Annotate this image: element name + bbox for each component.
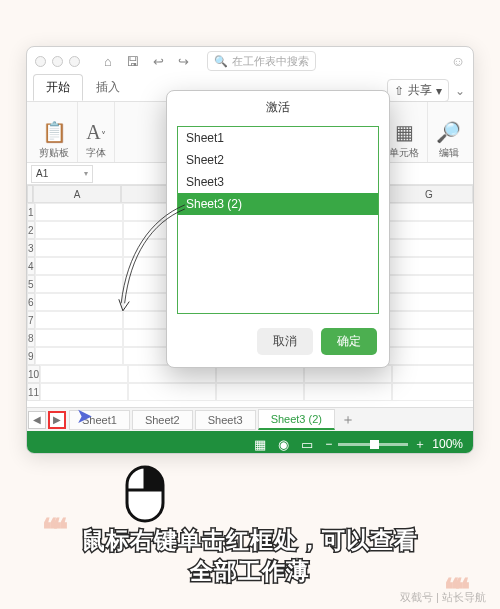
cell[interactable] (387, 221, 474, 239)
share-button[interactable]: ⇧ 共享 ▾ (387, 79, 449, 102)
cell[interactable] (387, 203, 474, 221)
cell[interactable] (128, 383, 216, 401)
status-bar: ▦ ◉ ▭ − ＋ 100% (27, 431, 473, 454)
activate-dialog: 激活 Sheet1Sheet2Sheet3Sheet3 (2) 取消 确定 (166, 90, 390, 368)
title-right: ⇧ 共享 ▾ ⌄ (387, 79, 465, 102)
zoom-out-icon[interactable]: − (325, 437, 332, 451)
cells-icon[interactable]: ▦ (395, 122, 414, 142)
ribbon-group-clipboard: 📋 剪贴板 (31, 102, 78, 162)
chevron-down-icon: ▾ (84, 169, 88, 178)
cell[interactable] (387, 347, 474, 365)
ribbon-label: 编辑 (439, 146, 459, 160)
search-input[interactable]: 🔍 在工作表中搜索 (207, 51, 316, 71)
row-header[interactable]: 2 (27, 221, 35, 239)
normal-view-icon[interactable]: ▦ (254, 437, 266, 452)
dialog-buttons: 取消 确定 (167, 314, 389, 367)
cell[interactable] (35, 275, 123, 293)
cell[interactable] (216, 383, 304, 401)
zoom-traffic-light[interactable] (69, 56, 80, 67)
row-header[interactable]: 10 (27, 365, 40, 383)
add-sheet-button[interactable]: ＋ (341, 411, 355, 429)
list-item[interactable]: Sheet1 (178, 127, 378, 149)
sheet-nav-next[interactable]: ▶ (48, 411, 66, 429)
zoom-slider[interactable] (338, 443, 408, 446)
cell[interactable] (35, 221, 123, 239)
sheet-listbox[interactable]: Sheet1Sheet2Sheet3Sheet3 (2) (177, 126, 379, 314)
name-box[interactable]: A1 ▾ (31, 165, 93, 183)
list-item[interactable]: Sheet3 (2) (178, 193, 378, 215)
row-header[interactable]: 3 (27, 239, 35, 257)
cell[interactable] (40, 365, 128, 383)
tab-start[interactable]: 开始 (33, 74, 83, 101)
cell[interactable] (387, 329, 474, 347)
cell[interactable] (40, 383, 128, 401)
ribbon-collapse-icon[interactable]: ⌄ (455, 84, 465, 98)
page-break-view-icon[interactable]: ▭ (301, 437, 313, 452)
undo-icon[interactable]: ↩ (153, 54, 164, 69)
ok-button[interactable]: 确定 (321, 328, 377, 355)
page-layout-view-icon[interactable]: ◉ (278, 437, 289, 452)
cell[interactable] (387, 311, 474, 329)
smiley-icon[interactable]: ☺ (451, 53, 465, 69)
cell[interactable] (35, 347, 123, 365)
cursor-pointer-icon: ➤ (76, 403, 93, 428)
sheet-tab[interactable]: Sheet2 (132, 410, 193, 430)
dialog-title: 激活 (167, 91, 389, 122)
cell[interactable] (35, 257, 123, 275)
ribbon-group-edit: 🔎 编辑 (428, 102, 469, 162)
view-buttons: ▦ ◉ ▭ (254, 437, 313, 452)
paste-icon[interactable]: 📋 (42, 122, 67, 142)
save-icon[interactable]: 🖫 (126, 54, 139, 69)
row-header[interactable]: 4 (27, 257, 35, 275)
zoom-control[interactable]: − ＋ 100% (325, 436, 463, 453)
zoom-in-icon[interactable]: ＋ (414, 436, 426, 453)
minimize-traffic-light[interactable] (52, 56, 63, 67)
cell[interactable] (392, 365, 474, 383)
redo-icon[interactable]: ↪ (178, 54, 189, 69)
col-header[interactable]: A (33, 185, 121, 203)
ribbon-label: 剪贴板 (39, 146, 69, 160)
share-icon: ⇧ (394, 84, 404, 98)
cell[interactable] (387, 239, 474, 257)
cell[interactable] (35, 329, 123, 347)
row-header[interactable]: 6 (27, 293, 35, 311)
cancel-button[interactable]: 取消 (257, 328, 313, 355)
tab-insert[interactable]: 插入 (83, 74, 133, 101)
col-header[interactable]: G (385, 185, 473, 203)
cell[interactable] (35, 293, 123, 311)
cell[interactable] (387, 257, 474, 275)
cell[interactable] (392, 383, 474, 401)
cell[interactable] (35, 311, 123, 329)
list-item[interactable]: Sheet3 (178, 171, 378, 193)
cell[interactable] (387, 293, 474, 311)
cell[interactable] (35, 203, 123, 221)
search-icon: 🔍 (214, 55, 228, 68)
sheet-tab[interactable]: Sheet3 (195, 410, 256, 430)
quick-access-toolbar: ⌂ 🖫 ↩ ↪ 🔍 在工作表中搜索 (104, 51, 316, 71)
titlebar: ⌂ 🖫 ↩ ↪ 🔍 在工作表中搜索 ☺ (27, 47, 473, 75)
cell[interactable] (35, 239, 123, 257)
font-icon[interactable]: A˅ (86, 122, 105, 142)
home-icon[interactable]: ⌂ (104, 54, 112, 69)
caption-line2: 全部工作薄 (0, 556, 500, 587)
row-header[interactable]: 9 (27, 347, 35, 365)
row-header[interactable]: 1 (27, 203, 35, 221)
ribbon-label: 单元格 (389, 146, 419, 160)
row-header[interactable]: 8 (27, 329, 35, 347)
watermark: 双截号 | 站长导航 (400, 590, 486, 605)
cell[interactable] (304, 383, 392, 401)
zoom-value: 100% (432, 437, 463, 451)
caption-line1: 鼠标右键单击红框处，可以查看 (0, 525, 500, 556)
sheet-nav-prev[interactable]: ◀ (28, 411, 46, 429)
list-item[interactable]: Sheet2 (178, 149, 378, 171)
search-placeholder: 在工作表中搜索 (232, 54, 309, 69)
row: 11 (27, 383, 473, 401)
row-header[interactable]: 5 (27, 275, 35, 293)
row-header[interactable]: 7 (27, 311, 35, 329)
edit-icon[interactable]: 🔎 (436, 122, 461, 142)
cell[interactable] (387, 275, 474, 293)
row-header[interactable]: 11 (27, 383, 40, 401)
sheet-tab[interactable]: Sheet3 (2) (258, 409, 335, 430)
close-traffic-light[interactable] (35, 56, 46, 67)
ribbon-label: 字体 (86, 146, 106, 160)
